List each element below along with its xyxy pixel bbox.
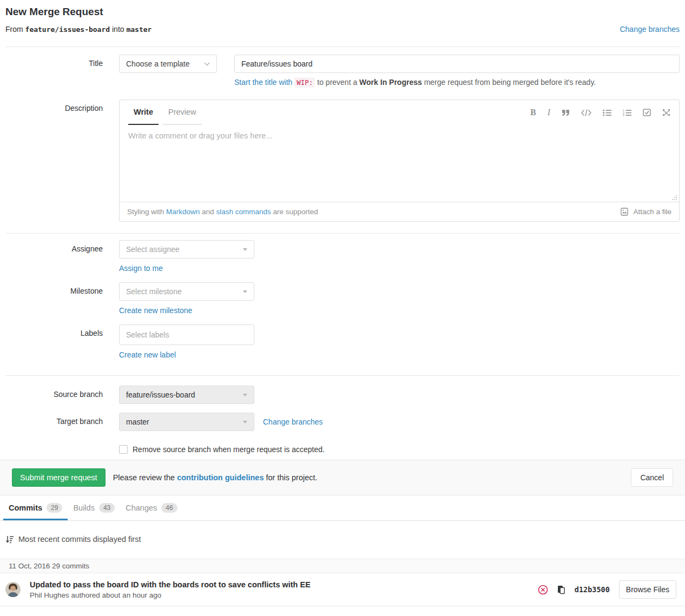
markdown-editor-footer: Styling with Markdown and slash commands…	[120, 202, 679, 221]
milestone-select-value: Select milestone	[126, 287, 182, 296]
caret-down-icon	[243, 248, 247, 251]
target-branch-select-value: master	[126, 418, 149, 426]
numbered-list-icon[interactable]: 123	[623, 109, 631, 116]
tab-builds-label: Builds	[73, 504, 95, 512]
tab-changes[interactable]: Changes 46	[120, 495, 182, 520]
tab-preview[interactable]: Preview	[163, 100, 202, 125]
avatar	[5, 582, 21, 597]
target-branch-row: Target branch master Change branches	[5, 413, 680, 431]
wip-hint-link[interactable]: Start the title with	[234, 78, 292, 87]
commit-meta: Phil Hughes authored about an hour ago	[30, 591, 311, 599]
change-branches-link-top[interactable]: Change branches	[620, 25, 680, 34]
review-note-pre: Please review the	[113, 473, 175, 482]
caret-down-icon	[243, 421, 247, 423]
tab-commits-label: Commits	[9, 504, 42, 512]
contribution-guidelines-link[interactable]: contribution guidelines	[177, 473, 264, 482]
commit-actions: d12b3500 Browse Files	[538, 580, 676, 599]
title-label: Title	[5, 55, 103, 87]
labels-input[interactable]	[119, 324, 254, 345]
quote-icon[interactable]	[562, 109, 570, 116]
assign-to-me-link[interactable]: Assign to me	[119, 264, 163, 273]
create-milestone-link[interactable]: Create new milestone	[119, 306, 192, 315]
description-textarea[interactable]	[120, 125, 679, 202]
source-branch-select-value: feature/issues-board	[126, 390, 195, 399]
remove-source-branch-checkbox[interactable]	[119, 445, 128, 454]
wip-hint-mid: to prevent a	[317, 78, 357, 87]
submit-merge-request-button[interactable]: Submit merge request	[12, 468, 106, 487]
attach-file-button[interactable]: Attach a file	[621, 208, 671, 216]
template-select-value: Choose a template	[126, 59, 190, 68]
cancel-button[interactable]: Cancel	[631, 468, 673, 487]
commit-title[interactable]: Updated to pass the board ID with the bo…	[30, 580, 311, 589]
fullscreen-icon[interactable]	[662, 109, 670, 116]
attach-file-label: Attach a file	[633, 208, 671, 216]
labels-row: Labels	[5, 324, 680, 345]
caret-down-icon	[243, 290, 247, 293]
commit-date-header: 11 Oct, 2016 29 commits	[0, 559, 685, 573]
milestone-label: Milestone	[5, 282, 103, 301]
bold-icon[interactable]: B	[530, 108, 536, 117]
ci-failed-icon[interactable]	[538, 585, 548, 595]
assignee-label: Assignee	[5, 240, 103, 259]
tab-write[interactable]: Write	[128, 100, 159, 125]
remove-source-branch-label: Remove source branch when merge request …	[133, 445, 325, 454]
review-note-post: for this project.	[266, 473, 317, 482]
styling-note-and: and	[202, 208, 214, 216]
wip-hint-rest: merge request from being merged before i…	[424, 78, 596, 87]
tab-builds[interactable]: Builds 43	[68, 495, 120, 520]
merge-request-tabs: Commits 29 Builds 43 Changes 46	[0, 495, 685, 521]
source-branch-select: feature/issues-board	[119, 386, 254, 404]
new-merge-request-page: New Merge Request From feature/issues-bo…	[0, 6, 685, 454]
wip-hint: Start the title with WIP: to prevent a W…	[234, 78, 680, 87]
assignee-row: Assignee Select assignee	[5, 240, 680, 259]
markdown-editor-body	[120, 125, 679, 202]
sort-descending-icon	[5, 535, 14, 544]
change-branches-link[interactable]: Change branches	[263, 418, 323, 426]
remove-source-branch-row: Remove source branch when merge request …	[119, 445, 680, 454]
assignee-select-value: Select assignee	[126, 245, 180, 254]
commit-row: Updated to pass the board ID with the bo…	[0, 573, 685, 606]
attach-file-icon	[621, 208, 629, 216]
milestone-select[interactable]: Select milestone	[119, 282, 254, 301]
divider	[5, 233, 680, 234]
divider	[5, 375, 680, 376]
title-row: Title Choose a template Start the title …	[5, 55, 680, 87]
caret-down-icon	[243, 394, 247, 396]
task-list-icon[interactable]	[643, 109, 651, 116]
form-actions: Submit merge request Please review the c…	[0, 460, 685, 495]
builds-count-badge: 43	[99, 503, 115, 513]
commit-sort-note: Most recent commits displayed first	[5, 535, 685, 544]
template-select[interactable]: Choose a template	[119, 55, 217, 73]
wip-hint-bold: Work In Progress	[359, 78, 422, 87]
tab-commits[interactable]: Commits 29	[3, 495, 68, 520]
commit-sha[interactable]: d12b3500	[575, 585, 610, 594]
title-input[interactable]	[234, 55, 680, 73]
review-note: Please review the contribution guideline…	[113, 473, 318, 482]
commits-count-badge: 29	[47, 503, 62, 513]
commit-sort-note-label: Most recent commits displayed first	[18, 535, 141, 544]
browse-files-button[interactable]: Browse Files	[619, 580, 676, 599]
slash-commands-link[interactable]: slash commands	[216, 208, 271, 216]
milestone-row: Milestone Select milestone	[5, 282, 680, 301]
source-branch-label: Source branch	[5, 386, 103, 404]
markdown-toolbar: B I 123	[530, 100, 670, 125]
description-row: Description Write Preview B I	[5, 100, 680, 222]
wip-code: WIP:	[294, 77, 315, 88]
styling-note-pre: Styling with	[127, 208, 164, 216]
markdown-editor: Write Preview B I	[119, 100, 680, 222]
tab-changes-label: Changes	[126, 504, 157, 512]
create-label-link[interactable]: Create new label	[119, 350, 176, 359]
styling-note: Styling with Markdown and slash commands…	[127, 208, 318, 216]
assignee-select[interactable]: Select assignee	[119, 240, 254, 259]
branch-summary: From feature/issues-board into master Ch…	[5, 25, 680, 34]
into-label: into	[112, 25, 124, 34]
italic-icon[interactable]: I	[548, 108, 550, 117]
copy-sha-icon[interactable]	[557, 585, 565, 594]
code-icon[interactable]	[581, 109, 591, 116]
bulleted-list-icon[interactable]	[603, 109, 611, 116]
resize-grip-icon[interactable]	[671, 195, 677, 201]
target-branch-select: master	[119, 413, 254, 431]
source-branch-name: feature/issues-board	[25, 25, 110, 34]
labels-label: Labels	[5, 324, 103, 345]
markdown-link[interactable]: Markdown	[166, 208, 200, 216]
